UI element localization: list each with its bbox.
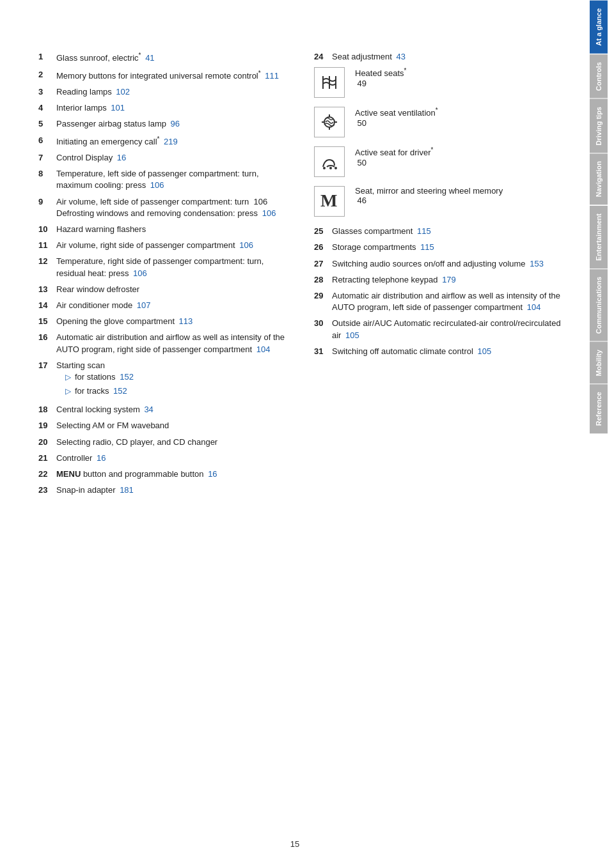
item-text: Outside air/AUC Automatic recirculated-a… [332, 318, 564, 341]
list-item: 31Switching off automatic climate contro… [314, 346, 564, 357]
item-text: Snap-in adapter 181 [56, 484, 288, 496]
page-ref: 16 [114, 153, 126, 162]
sidebar-tab-reference[interactable]: Reference [590, 384, 608, 433]
item-number: 8 [38, 168, 56, 191]
list-item: 13Rear window defroster [38, 284, 288, 295]
page-ref: 49 [355, 79, 407, 88]
page-ref: 105 [475, 346, 491, 356]
list-item: 27Switching audio sources on/off and adj… [314, 258, 564, 270]
seat_driver-icon-box [314, 146, 345, 177]
seat-memory-icon: M [318, 190, 341, 213]
page-number: 15 [290, 839, 299, 849]
page-ref: 50 [355, 118, 438, 128]
item-number: 31 [314, 346, 332, 357]
main-content: 1Glass sunroof, electric* 412Memory butt… [0, 0, 590, 868]
list-item: 14Air conditioner mode 107 [38, 300, 288, 311]
page-ref: 181 [118, 485, 134, 495]
list-item: 30Outside air/AUC Automatic recirculated… [314, 318, 564, 341]
item-number: 12 [38, 256, 56, 279]
list-item: 10Hazard warning flashers [38, 224, 288, 235]
item-text: Selecting AM or FM waveband [56, 420, 288, 431]
page-ref: 101 [109, 103, 125, 112]
seat_memory-label: Seat, mirror and steering wheel memory 4… [355, 186, 503, 205]
page-ref: 219 [161, 137, 177, 146]
seat-driver-icon [318, 150, 341, 173]
columns-wrapper: 1Glass sunroof, electric* 412Memory butt… [38, 51, 564, 500]
list-item: 23Snap-in adapter 181 [38, 484, 288, 496]
sub-item: ▷for stations 152 [56, 371, 288, 383]
page-ref: 41 [143, 53, 155, 63]
page-ref: 106 [237, 240, 253, 250]
page-ref: 152 [118, 371, 134, 383]
list-item: 18Central locking system 34 [38, 404, 288, 415]
list-item: 26Storage compartments 115 [314, 242, 564, 253]
svg-text:M: M [320, 190, 337, 210]
list-item: 11Air volume, right side of passenger co… [38, 240, 288, 251]
item-text: Central locking system 34 [56, 404, 288, 415]
item-number: 26 [314, 242, 332, 253]
sidebar-tab-controls[interactable]: Controls [590, 54, 608, 98]
item-text: Memory buttons for integrated universal … [56, 69, 288, 82]
list-item: 20Selecting radio, CD player, and CD cha… [38, 437, 288, 448]
item-text: Opening the glove compartment 113 [56, 316, 288, 327]
page-ref: 113 [177, 316, 193, 326]
left-column: 1Glass sunroof, electric* 412Memory butt… [38, 51, 288, 500]
list-item: 15Opening the glove compartment 113 [38, 316, 288, 327]
heated-seats-icon [318, 71, 341, 94]
item-text-part: Defrosting windows and removing condensa… [56, 208, 258, 218]
item-text: Hazard warning flashers [56, 224, 288, 235]
page-ref: 107 [134, 300, 150, 310]
sidebar-tab-at-a-glance[interactable]: At a glance [590, 0, 608, 54]
item-text: Storage compartments 115 [332, 242, 564, 253]
item-number: 15 [38, 316, 56, 327]
item-number: 13 [38, 284, 56, 295]
list-item: 22MENU button and programmable button 16 [38, 469, 288, 480]
page-ref: 106 [260, 208, 276, 218]
sub-item-text: for tracks [75, 385, 109, 397]
sidebar-tab-navigation[interactable]: Navigation [590, 153, 608, 205]
item-text-part: Air volume, left side of passenger compa… [56, 197, 267, 206]
icon-row: M Seat, mirror and steering wheel memory… [314, 186, 564, 217]
icon-row: Heated seats* 49 [314, 67, 564, 98]
seat_memory-icon-box: M [314, 186, 345, 217]
sidebar-tab-mobility[interactable]: Mobility [590, 341, 608, 384]
item-number: 20 [38, 437, 56, 448]
sub-item: ▷for tracks 152 [56, 385, 288, 397]
item-number: 23 [38, 484, 56, 496]
page-ref: 43 [394, 52, 405, 61]
sidebar-tab-driving-tips[interactable]: Driving tips [590, 98, 608, 153]
item-main-text: Starting scan [56, 360, 105, 370]
page-ref: 152 [111, 385, 127, 397]
item-text: Controller 16 [56, 453, 288, 464]
list-item: 21Controller 16 [38, 453, 288, 464]
item-text: Retracting telephone keypad 179 [332, 274, 564, 286]
list-item: 3Reading lamps 102 [38, 86, 288, 98]
item-text: Air volume, left side of passenger compa… [56, 196, 288, 219]
sidebar-tab-communications[interactable]: Communications [590, 268, 608, 341]
page-ref: 106 [130, 268, 146, 278]
bold-text: MENU [56, 469, 81, 479]
item-text: Selecting radio, CD player, and CD chang… [56, 437, 288, 448]
item-text: Air conditioner mode 107 [56, 300, 288, 311]
list-item: 4Interior lamps 101 [38, 102, 288, 114]
item-number: 25 [314, 226, 332, 237]
list-item: 2Memory buttons for integrated universal… [38, 69, 288, 82]
item-number: 3 [38, 86, 56, 98]
item-number: 9 [38, 196, 56, 219]
page-ref: 50 [355, 158, 433, 167]
item-text: Control Display 16 [56, 152, 288, 164]
item-text: Air volume, right side of passenger comp… [56, 240, 288, 251]
item-text: Passenger airbag status lamp 96 [56, 118, 288, 130]
list-item: 9Air volume, left side of passenger comp… [38, 196, 288, 219]
sub-item-text: for stations [75, 371, 116, 383]
page-ref: 104 [524, 302, 540, 312]
icon-row: Active seat for driver* 50 [314, 146, 564, 177]
item-number: 14 [38, 300, 56, 311]
icon-row: Active seat ventilation* 50 [314, 107, 564, 137]
page-ref: 106 [148, 180, 164, 190]
item-text: Reading lamps 102 [56, 86, 288, 98]
item-number: 24 [314, 51, 332, 63]
sidebar-tab-entertainment[interactable]: Entertainment [590, 205, 608, 268]
seat-ventilation-icon [318, 111, 341, 134]
list-item: 28Retracting telephone keypad 179 [314, 274, 564, 286]
